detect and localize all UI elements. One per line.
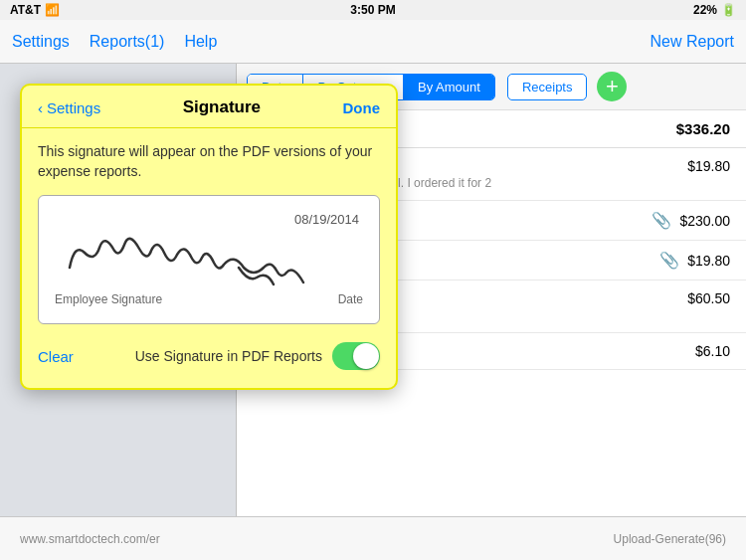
clear-button[interactable]: Clear bbox=[38, 348, 74, 365]
expense-right: $6.10 bbox=[695, 343, 730, 359]
nav-reports[interactable]: Reports(1) bbox=[90, 33, 165, 51]
nav-bar: Settings Reports(1) Help New Report bbox=[0, 20, 746, 64]
report-total: $336.20 bbox=[676, 120, 730, 137]
modal-header: ‹ Settings Signature Done bbox=[22, 86, 396, 128]
expense-amount: $230.00 bbox=[679, 213, 730, 229]
battery-icon: 🔋 bbox=[721, 3, 736, 17]
wifi-icon: 📶 bbox=[45, 3, 60, 17]
signature-canvas[interactable]: 08/19/2014 Employee Signature Date bbox=[38, 195, 380, 324]
modal-done-button[interactable]: Done bbox=[342, 99, 380, 116]
signature-date: 08/19/2014 bbox=[294, 212, 359, 227]
modal-title: Signature bbox=[183, 97, 261, 117]
date-label: Date bbox=[338, 292, 363, 306]
expense-right: $60.50 bbox=[687, 290, 730, 306]
modal-overlay: ‹ Settings Signature Done This signature… bbox=[0, 64, 418, 516]
status-time: 3:50 PM bbox=[350, 3, 395, 17]
signature-labels: Employee Signature Date bbox=[39, 292, 379, 306]
add-expense-button[interactable]: + bbox=[597, 72, 627, 101]
modal-body: This signature will appear on the PDF ve… bbox=[22, 128, 396, 388]
carrier-text: AT&T bbox=[10, 3, 41, 17]
attachment-icon: 📎 bbox=[659, 251, 679, 270]
modal-footer: Clear Use Signature in PDF Reports bbox=[38, 338, 380, 374]
attachment-icon: 📎 bbox=[652, 211, 671, 230]
nav-help[interactable]: Help bbox=[184, 33, 217, 51]
footer-bar: www.smartdoctech.com/er Upload-Generate(… bbox=[0, 516, 746, 560]
status-bar: AT&T 📶 3:50 PM 22% 🔋 bbox=[0, 0, 746, 20]
status-left: AT&T 📶 bbox=[10, 3, 60, 17]
chevron-left-icon: ‹ bbox=[38, 99, 43, 116]
new-report-button[interactable]: New Report bbox=[651, 33, 734, 51]
expense-amount: $60.50 bbox=[687, 290, 730, 306]
battery-text: 22% bbox=[693, 3, 717, 17]
toggle-label: Use Signature in PDF Reports bbox=[135, 348, 322, 364]
expense-right: 📎 $19.80 bbox=[659, 251, 730, 270]
footer-url: www.smartdoctech.com/er bbox=[20, 532, 160, 546]
modal-description: This signature will appear on the PDF ve… bbox=[38, 142, 380, 181]
modal-back-label: Settings bbox=[47, 99, 100, 116]
expense-amount: $6.10 bbox=[695, 343, 730, 359]
modal-back-button[interactable]: ‹ Settings bbox=[38, 99, 100, 116]
expense-amount: $19.80 bbox=[687, 158, 730, 174]
nav-settings[interactable]: Settings bbox=[12, 33, 70, 51]
expense-amount: $19.80 bbox=[687, 253, 730, 269]
employee-signature-label: Employee Signature bbox=[55, 292, 162, 306]
signature-modal: ‹ Settings Signature Done This signature… bbox=[20, 84, 398, 390]
footer-action: Upload-Generate(96) bbox=[614, 532, 726, 546]
toggle-row: Use Signature in PDF Reports bbox=[135, 342, 380, 370]
nav-bar-left: Settings Reports(1) Help bbox=[12, 33, 217, 51]
expense-right: 📎 $230.00 bbox=[652, 211, 730, 230]
pdf-toggle[interactable] bbox=[332, 342, 380, 370]
toggle-knob bbox=[353, 343, 379, 369]
receipts-button[interactable]: Receipts bbox=[507, 74, 588, 100]
status-right: 22% 🔋 bbox=[693, 3, 736, 17]
expense-right: $19.80 bbox=[687, 158, 730, 174]
